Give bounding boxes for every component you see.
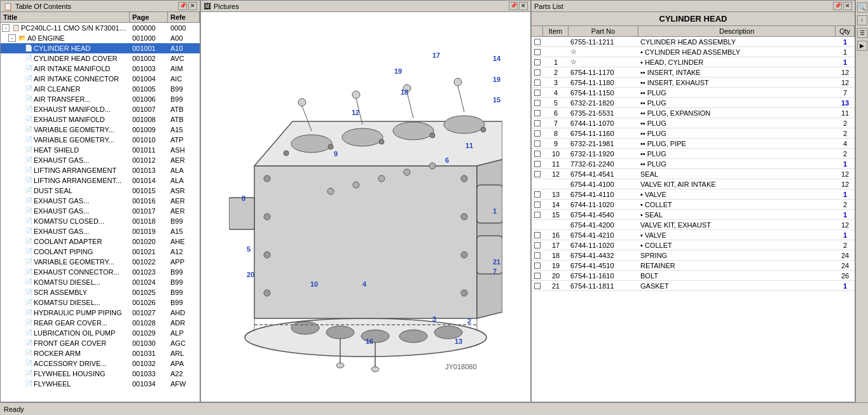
toc-row[interactable]: 📄 REAR GEAR COVER... 001028 ADR [1, 318, 200, 328]
toc-row[interactable]: 📄 VARIABLE GEOMETRY... 001009 A15 [1, 125, 200, 135]
toc-row[interactable]: 📄 AIR INTAKE CONNECTOR 001004 AIC [1, 74, 200, 84]
parts-row[interactable]: 17 6744-11-1020 • COLLET 2 [532, 240, 855, 250]
parts-checkbox[interactable] [534, 201, 541, 208]
toc-row[interactable]: 📄 LIFTING ARRANGEMENT 001013 ALA [1, 165, 200, 175]
parts-checkbox[interactable] [534, 252, 541, 259]
toc-row[interactable]: 📄 CYLINDER HEAD 001001 A10 [1, 43, 200, 53]
toc-row[interactable]: 📄 KOMATSU DIESEL... 001024 B99 [1, 277, 200, 287]
parts-checkbox[interactable] [534, 69, 541, 76]
parts-row[interactable]: 7 6744-11-1070 •• PLUG 2 [532, 118, 855, 128]
toc-pin-button[interactable]: 📌 [178, 2, 187, 10]
parts-checkbox[interactable] [534, 161, 541, 167]
parts-row[interactable]: 3 6754-11-1180 •• INSERT, EXHAUST 12 [532, 78, 855, 88]
parts-checkbox[interactable] [534, 100, 541, 106]
parts-checkbox[interactable] [534, 283, 541, 289]
sidebar-btn-1[interactable]: 🔍 [857, 3, 867, 13]
parts-checkbox[interactable] [534, 59, 541, 65]
parts-checkbox[interactable] [534, 39, 541, 45]
parts-row[interactable]: 13 6754-41-4110 • VALVE 1 [532, 189, 855, 200]
parts-checkbox[interactable] [534, 171, 541, 177]
parts-row[interactable]: 11 7732-61-2240 •• PLUG 1 [532, 159, 855, 169]
toc-row[interactable]: 📄 EXHAUST MANIFOLD... 001007 ATB [1, 104, 200, 114]
toc-row[interactable]: - 📂 A0 ENGINE 001000 A00 [1, 33, 200, 43]
sidebar-btn-2[interactable]: ↑ [857, 15, 867, 25]
parts-cell-desc: •• INSERT, INTAKE [638, 68, 836, 77]
parts-row[interactable]: 21 6754-11-1811 GASKET 1 [532, 281, 855, 291]
parts-checkbox[interactable] [534, 130, 541, 137]
parts-row[interactable]: 9 6732-21-1981 •• PLUG, PIPE 4 [532, 139, 855, 149]
toc-row[interactable]: 📄 LIFTING ARRANGEMENT... 001014 ALA [1, 175, 200, 186]
toc-expander[interactable]: - [8, 34, 16, 42]
parts-pin-button[interactable]: 📌 [833, 2, 842, 10]
parts-row[interactable]: 19 6754-41-4510 RETAINER 24 [532, 261, 855, 271]
toc-row[interactable]: 📄 EXHAUST GAS... 001019 A15 [1, 226, 200, 236]
parts-checkbox[interactable] [534, 232, 541, 238]
parts-row[interactable]: 20 6754-11-1610 BOLT 26 [532, 271, 855, 281]
parts-row[interactable]: 10 6732-11-1920 •• PLUG 2 [532, 149, 855, 159]
parts-row[interactable]: 18 6754-41-4432 SPRING 24 [532, 250, 855, 261]
pictures-pin-button[interactable]: 📌 [509, 2, 518, 10]
toc-row[interactable]: 📄 DUST SEAL 001015 ASR [1, 186, 200, 196]
sidebar-btn-4[interactable]: ▶ [857, 41, 867, 51]
parts-row[interactable]: 6754-41-4100 VALVE KIT, AIR INTAKE 12 [532, 179, 855, 189]
toc-row[interactable]: 📄 LUBRICATION OIL PUMP 001029 ALP [1, 328, 200, 338]
toc-row[interactable]: 📄 EXHAUST CONNECTOR... 001023 B99 [1, 267, 200, 277]
toc-row[interactable]: 📄 AIR TRANSFER... 001006 B99 [1, 94, 200, 104]
parts-checkbox[interactable] [534, 262, 541, 269]
toc-row[interactable]: 📄 HYDRAULIC PUMP PIPING 001027 AHD [1, 308, 200, 318]
parts-close-button[interactable]: ✕ [843, 2, 852, 10]
toc-row[interactable]: 📄 HEAT SHIELD 001011 ASH [1, 145, 200, 155]
parts-checkbox[interactable] [534, 79, 541, 86]
toc-row[interactable]: 📄 AIR CLEANER 001005 B99 [1, 84, 200, 94]
parts-row[interactable]: 14 6744-11-1020 • COLLET 2 [532, 200, 855, 210]
toc-row[interactable]: 📄 KOMATSU DIESEL... 001026 B99 [1, 297, 200, 308]
toc-row[interactable]: 📄 FLYWHEEL HOUSING 001033 A22 [1, 369, 200, 379]
toc-row[interactable]: 📄 AIR INTAKE MANIFOLD 001003 AIM [1, 64, 200, 74]
parts-checkbox[interactable] [534, 140, 541, 147]
parts-row[interactable]: 5 6732-21-1820 •• PLUG 13 [532, 98, 855, 108]
toc-row[interactable]: - 📋 PC240LC-11 CMO S/N K73001-UP 000000 … [1, 23, 200, 33]
sidebar-btn-3[interactable]: ☰ [857, 28, 867, 38]
toc-row[interactable]: 📄 EXHAUST MANIFOLD 001008 ATB [1, 114, 200, 125]
toc-close-button[interactable]: ✕ [188, 2, 197, 10]
parts-row[interactable]: 6754-41-4200 VALVE KIT, EXHAUST 12 [532, 220, 855, 230]
parts-row[interactable]: 6 6735-21-5531 •• PLUG, EXPANSION 11 [532, 108, 855, 118]
parts-row[interactable]: 15 6754-41-4540 • SEAL 1 [532, 210, 855, 220]
toc-row[interactable]: 📄 CYLINDER HEAD COVER 001002 AVC [1, 53, 200, 64]
toc-body[interactable]: - 📋 PC240LC-11 CMO S/N K73001-UP 000000 … [1, 23, 200, 402]
parts-row[interactable]: 12 6754-41-4541 SEAL 12 [532, 169, 855, 179]
parts-checkbox[interactable] [534, 212, 541, 218]
parts-row[interactable]: ☆ • CYLINDER HEAD ASSEMBLY 1 [532, 47, 855, 57]
toc-row[interactable]: 📄 VARIABLE GEOMETRY... 001010 ATP [1, 135, 200, 145]
toc-row[interactable]: 📄 EXHAUST GAS... 001016 AER [1, 196, 200, 206]
parts-checkbox[interactable] [534, 273, 541, 279]
parts-checkbox[interactable] [534, 242, 541, 248]
toc-row[interactable]: 📄 ROCKER ARM 001031 ARL [1, 348, 200, 358]
toc-row[interactable]: 📄 FRONT GEAR COVER 001030 AGC [1, 338, 200, 348]
parts-row[interactable]: 1 ☆ • HEAD, CYLINDER 1 [532, 57, 855, 67]
toc-row[interactable]: 📄 SCR ASSEMBLY 001025 B99 [1, 287, 200, 297]
parts-row[interactable]: 4 6754-11-1150 •• PLUG 7 [532, 88, 855, 98]
toc-cell-page: 001002 [130, 54, 168, 63]
parts-checkbox[interactable] [534, 191, 541, 198]
toc-row[interactable]: 📄 EXHAUST GAS... 001012 AER [1, 155, 200, 165]
parts-checkbox[interactable] [534, 120, 541, 126]
parts-row[interactable]: 2 6754-11-1170 •• INSERT, INTAKE 12 [532, 67, 855, 78]
toc-row[interactable]: 📄 KOMATSU CLOSED... 001018 B99 [1, 216, 200, 226]
parts-checkbox[interactable] [534, 49, 541, 55]
toc-row[interactable]: 📄 VARIABLE GEOMETRY... 001022 APP [1, 257, 200, 267]
parts-row[interactable]: 16 6754-41-4210 • VALVE 1 [532, 230, 855, 240]
toc-row[interactable]: 📄 COOLANT PIPING 001021 A12 [1, 247, 200, 257]
parts-checkbox[interactable] [534, 151, 541, 157]
toc-row[interactable]: 📄 ACCESSORY DRIVE... 001032 APA [1, 358, 200, 369]
parts-checkbox[interactable] [534, 90, 541, 96]
pictures-close-button[interactable]: ✕ [519, 2, 528, 10]
parts-row[interactable]: 6755-11-1211 CYLINDER HEAD ASSEMBLY 1 [532, 37, 855, 47]
toc-row[interactable]: 📄 COOLANT ADAPTER 001020 AHE [1, 236, 200, 247]
toc-row[interactable]: 📄 EXHAUST GAS... 001017 AER [1, 206, 200, 216]
toc-row[interactable]: 📄 FLYWHEEL 001034 AFW [1, 379, 200, 389]
parts-checkbox[interactable] [534, 110, 541, 116]
parts-body[interactable]: 6755-11-1211 CYLINDER HEAD ASSEMBLY 1 ☆ … [532, 37, 855, 402]
toc-expander[interactable]: - [2, 24, 10, 32]
parts-row[interactable]: 8 6754-11-1160 •• PLUG 2 [532, 128, 855, 139]
